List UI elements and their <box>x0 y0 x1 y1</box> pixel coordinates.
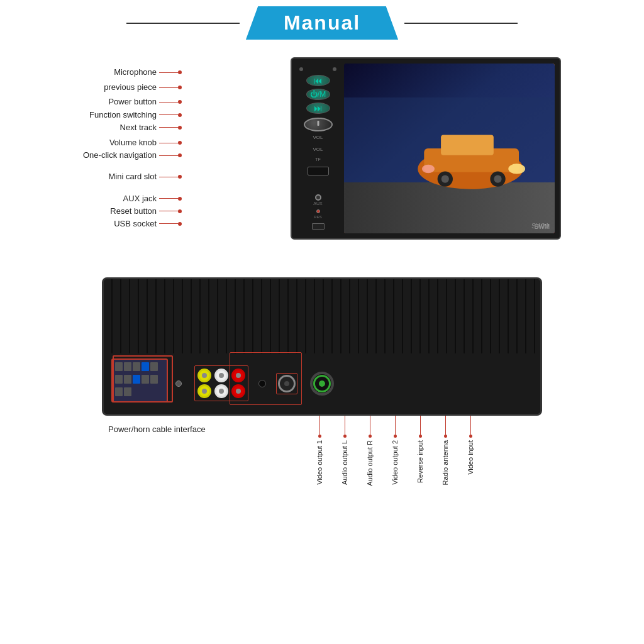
volume-knob-line <box>159 143 178 143</box>
pin-11 <box>115 387 123 396</box>
vol-label: VOL <box>313 147 323 152</box>
v-label-reverse: Reverse input <box>416 416 424 486</box>
green-ring <box>313 375 331 392</box>
power-function-button[interactable]: ⏻/M <box>306 89 330 100</box>
v-dot-7 <box>469 435 472 438</box>
v-dot-5 <box>419 435 422 438</box>
svg-rect-5 <box>441 135 494 155</box>
pin-7 <box>124 375 131 384</box>
label-usb-socket: USB socket <box>83 218 182 230</box>
next-track-button[interactable]: ⏭ <box>306 103 330 114</box>
volume-knob-control[interactable] <box>304 118 333 131</box>
v-line-4 <box>395 416 396 435</box>
back-bottom-panel <box>104 353 540 414</box>
label-aux-jack: AUX jack <box>83 193 182 204</box>
screen-car-display: SWM <box>344 64 555 233</box>
pin-10 <box>150 375 158 384</box>
function-switching-line <box>159 114 178 115</box>
v-line-1 <box>319 416 320 435</box>
v-text-reverse: Reverse input <box>416 440 424 483</box>
svg-point-7 <box>422 165 435 174</box>
page-title: Manual <box>284 11 360 34</box>
rca-yellow-1 <box>197 369 211 382</box>
rca-group-box <box>194 365 248 401</box>
tf-card-area: TF <box>308 157 329 175</box>
header-line-right <box>404 23 518 24</box>
label-one-click-nav: One-click navigation <box>83 150 182 161</box>
v-text-audio-l: Audio output L <box>341 440 348 485</box>
reset-button-dot <box>178 209 182 213</box>
pin-8-blue <box>133 375 140 384</box>
mini-card-slot-label: Mini card slot <box>108 171 157 182</box>
v-label-video-input: Video input <box>467 416 474 486</box>
label-next-track: Next track <box>83 122 182 133</box>
reset-button-line <box>159 211 178 211</box>
tf-card-slot[interactable] <box>308 167 329 175</box>
aux-label: AUX <box>313 201 322 206</box>
v-dot-6 <box>444 435 447 438</box>
next-icon: ⏭ <box>314 103 323 113</box>
vertical-labels-container: Video output 1 Audio output L Audio outp… <box>316 416 474 486</box>
v-dot-1 <box>318 435 321 438</box>
mic-indicators <box>297 67 339 71</box>
power-button-label: Power button <box>108 96 157 108</box>
video-input-port <box>310 372 334 396</box>
mini-card-slot-dot <box>178 175 182 179</box>
previous-piece-line <box>159 87 178 88</box>
aux-jack-dot <box>178 197 182 201</box>
microphone-dot <box>178 70 182 74</box>
svg-rect-2 <box>344 182 555 233</box>
mic-dot-left <box>299 67 303 71</box>
front-diagram-container: Microphone previous piece Power button F… <box>83 51 561 265</box>
microphone-label: Microphone <box>114 67 157 78</box>
header-line-left <box>126 23 240 24</box>
res-label: RES <box>314 215 321 219</box>
reset-button[interactable] <box>316 209 320 213</box>
prev-track-button[interactable]: ⏮ <box>306 75 330 86</box>
rca-reverse-2 <box>231 384 245 398</box>
v-dot-2 <box>343 435 347 438</box>
rca-white-1 <box>214 369 228 382</box>
svg-point-10 <box>441 175 449 183</box>
v-text-video-input: Video input <box>467 440 474 475</box>
rca-video-out-1 <box>197 369 211 382</box>
aux-jack-label: AUX jack <box>123 193 157 204</box>
back-ribs <box>104 279 540 353</box>
aux-port[interactable] <box>315 194 321 201</box>
pin-2 <box>124 362 131 371</box>
label-function-switching: Function switching <box>83 109 182 121</box>
car-unit-back <box>102 277 542 416</box>
usb-port[interactable] <box>312 223 325 230</box>
volume-knob-dot <box>178 141 182 145</box>
v-dot-4 <box>394 435 397 438</box>
function-switching-label: Function switching <box>89 109 157 121</box>
front-labels: Microphone previous piece Power button F… <box>83 67 182 231</box>
power-horn-label: Power/horn cable interface <box>108 425 206 434</box>
pin-6 <box>115 375 123 384</box>
back-diagram-section: Power/horn cable interface Video output … <box>0 277 644 516</box>
v-dot-3 <box>369 435 372 438</box>
header-title-box: Manual <box>246 6 398 40</box>
volume-knob-label: Volume knob <box>109 137 157 148</box>
rca-row-top <box>197 369 245 382</box>
function-switching-dot <box>178 113 182 117</box>
car-unit-front: SWM ⏮ ⏻/M ⏭ <box>291 57 561 240</box>
pin-12 <box>124 387 131 396</box>
next-track-line <box>159 127 178 128</box>
v-text-video-out-1: Video output 1 <box>316 440 323 485</box>
microphone-line <box>159 72 178 73</box>
v-label-video-out-2: Video output 2 <box>391 416 399 486</box>
rca-video-out-2 <box>197 384 211 398</box>
tf-label: TF <box>315 157 321 162</box>
prev-icon: ⏮ <box>314 75 323 86</box>
pin-5 <box>150 362 158 371</box>
next-track-dot <box>178 126 182 130</box>
rca-reverse <box>214 384 228 398</box>
v-text-radio-antenna: Radio antenna <box>441 440 449 486</box>
antenna-box <box>276 373 297 394</box>
page-header: Manual <box>0 0 644 45</box>
car-screen: SWM <box>344 64 555 233</box>
one-click-nav-label: One-click navigation <box>83 150 157 161</box>
v-line-6 <box>445 416 446 435</box>
wire-connector <box>111 358 168 402</box>
